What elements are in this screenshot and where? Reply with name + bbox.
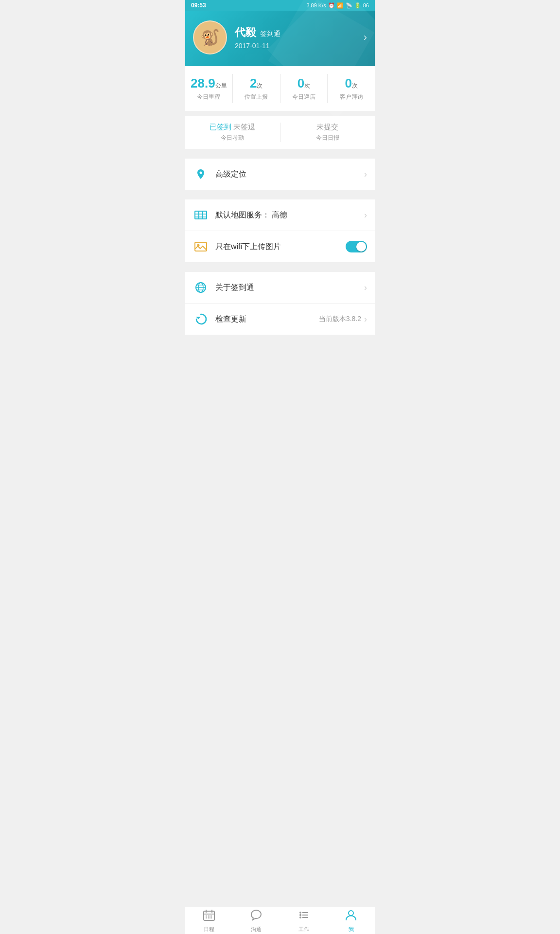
divider-2 — [185, 190, 375, 195]
menu-label-map: 默认地图服务： 高德 — [215, 210, 364, 220]
map-icon — [193, 207, 209, 223]
refresh-icon — [193, 311, 209, 327]
stat-location: 2次 位置上报 — [233, 74, 280, 103]
user-date: 2017-01-11 — [235, 42, 364, 50]
checkin-status-text: 已签到 未签退 — [185, 123, 280, 132]
menu-label-wifi-upload: 只在wifi下上传图片 — [215, 242, 346, 252]
divider-3 — [185, 262, 375, 267]
battery-level: 86 — [363, 2, 369, 8]
update-chevron-icon: › — [364, 314, 367, 324]
svg-rect-1 — [195, 211, 207, 219]
globe-icon — [193, 280, 209, 295]
attendance-section: 已签到 未签退 今日考勤 未提交 今日日报 — [185, 116, 375, 149]
wifi-upload-toggle[interactable] — [346, 241, 367, 252]
checkin-status: 已签到 未签退 今日考勤 — [185, 123, 280, 142]
header-chevron-icon[interactable]: › — [364, 31, 367, 44]
menu-section-1: 高级定位 › — [185, 159, 375, 190]
divider-1 — [185, 149, 375, 154]
menu-item-update[interactable]: 检查更新 当前版本3.8.2 › — [185, 304, 375, 335]
avatar-emoji: 🐒 — [200, 28, 220, 47]
stat-location-value: 2次 — [233, 76, 280, 91]
menu-section-2: 默认地图服务： 高德 › 只在wifi下上传图片 — [185, 199, 375, 262]
menu-item-wifi-upload[interactable]: 只在wifi下上传图片 — [185, 231, 375, 262]
daily-status-text: 未提交 — [280, 123, 375, 132]
profile-header[interactable]: 🐒 代毅 签到通 2017-01-11 › — [185, 11, 375, 66]
svg-point-0 — [200, 172, 202, 174]
location-chevron-icon: › — [364, 169, 367, 180]
about-chevron-icon: › — [364, 283, 367, 293]
name-row: 代毅 签到通 — [235, 25, 364, 40]
menu-item-map[interactable]: 默认地图服务： 高德 › — [185, 199, 375, 231]
menu-item-about[interactable]: 关于签到通 › — [185, 272, 375, 304]
status-time: 09:53 — [191, 2, 206, 9]
location-icon — [193, 166, 209, 182]
menu-label-update: 检查更新 — [215, 314, 319, 324]
image-icon — [193, 239, 209, 254]
menu-label-about: 关于签到通 — [215, 283, 364, 293]
menu-item-location[interactable]: 高级定位 › — [185, 159, 375, 190]
menu-label-location: 高级定位 — [215, 169, 364, 180]
toggle-knob — [356, 242, 366, 251]
user-badge: 签到通 — [260, 30, 280, 38]
daily-report-status: 未提交 今日日报 — [280, 123, 375, 142]
avatar: 🐒 — [193, 20, 227, 54]
stat-distance-value: 28.9公里 — [185, 76, 232, 91]
menu-section-3: 关于签到通 › 检查更新 当前版本3.8.2 › — [185, 272, 375, 335]
user-name: 代毅 — [235, 25, 256, 40]
update-version: 当前版本3.8.2 — [319, 315, 361, 323]
header-info: 代毅 签到通 2017-01-11 — [235, 25, 364, 50]
stat-distance: 28.9公里 今日里程 — [185, 74, 233, 103]
map-chevron-icon: › — [364, 210, 367, 220]
